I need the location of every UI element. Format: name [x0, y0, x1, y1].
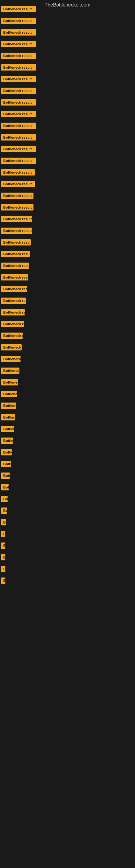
bottleneck-badge: Bottleneck result	[1, 368, 19, 374]
bottleneck-badge: Bottleneck result	[1, 531, 5, 537]
bottleneck-badge: Bottleneck result	[1, 391, 17, 397]
bottleneck-item[interactable]: Bottleneck result	[1, 542, 5, 550]
bottleneck-item[interactable]: Bottleneck result	[1, 262, 29, 270]
bottleneck-badge: Bottleneck result	[1, 507, 7, 514]
bottleneck-item[interactable]: Bottleneck result	[1, 321, 24, 328]
bottleneck-badge: Bottleneck result	[1, 158, 36, 164]
bottleneck-item[interactable]: Bottleneck result	[1, 88, 36, 95]
bottleneck-item[interactable]: Bottleneck result	[1, 193, 34, 200]
bottleneck-badge: Bottleneck result	[1, 333, 23, 339]
bottleneck-badge: Bottleneck result	[1, 449, 12, 456]
bottleneck-badge: Bottleneck result	[1, 204, 34, 211]
bottleneck-item[interactable]: Bottleneck result	[1, 298, 26, 305]
bottleneck-badge: Bottleneck result	[1, 321, 24, 327]
bottleneck-item[interactable]: Bottleneck result	[1, 356, 20, 363]
bottleneck-item[interactable]: Bottleneck result	[1, 368, 19, 375]
bottleneck-badge: Bottleneck result	[1, 542, 5, 549]
bottleneck-item[interactable]: Bottleneck result	[1, 227, 32, 235]
bottleneck-badge: Bottleneck result	[1, 53, 36, 59]
bottleneck-badge: Bottleneck result	[1, 134, 36, 141]
bottleneck-item[interactable]: Bottleneck result	[1, 507, 7, 515]
bottleneck-item[interactable]: Bottleneck result	[1, 146, 36, 153]
bottleneck-badge: Bottleneck result	[1, 181, 35, 187]
bottleneck-item[interactable]: Bottleneck result	[1, 403, 16, 410]
bottleneck-item[interactable]: Bottleneck result	[1, 391, 17, 398]
bottleneck-badge: Bottleneck result	[1, 123, 36, 129]
bottleneck-item[interactable]: Bottleneck result	[1, 496, 8, 503]
bottleneck-item[interactable]: Bottleneck result	[1, 449, 12, 457]
bottleneck-item[interactable]: Bottleneck result	[1, 531, 5, 538]
bottleneck-badge: Bottleneck result	[1, 578, 5, 584]
bottleneck-badge: Bottleneck result	[1, 344, 21, 350]
bottleneck-item[interactable]: Bottleneck result	[1, 274, 28, 282]
bottleneck-badge: Bottleneck result	[1, 298, 26, 304]
bottleneck-item[interactable]: Bottleneck result	[1, 239, 31, 247]
bottleneck-item[interactable]: Bottleneck result	[1, 158, 36, 165]
bottleneck-badge: Bottleneck result	[1, 309, 25, 315]
bottleneck-item[interactable]: Bottleneck result	[1, 216, 32, 223]
bottleneck-item[interactable]: Bottleneck result	[1, 169, 35, 177]
bottleneck-item[interactable]: Bottleneck result	[1, 134, 36, 142]
bottleneck-badge: Bottleneck result	[1, 496, 8, 502]
bottleneck-badge: Bottleneck result	[1, 99, 36, 105]
bottleneck-item[interactable]: Bottleneck result	[1, 426, 14, 433]
bottleneck-item[interactable]: Bottleneck result	[1, 554, 5, 561]
bottleneck-item[interactable]: Bottleneck result	[1, 566, 5, 573]
bottleneck-badge: Bottleneck result	[1, 41, 36, 47]
bottleneck-item[interactable]: Bottleneck result	[1, 18, 36, 25]
bottleneck-badge: Bottleneck result	[1, 146, 36, 152]
bottleneck-item[interactable]: Bottleneck result	[1, 414, 15, 422]
bottleneck-badge: Bottleneck result	[1, 554, 5, 560]
bottleneck-badge: Bottleneck result	[1, 461, 11, 467]
bottleneck-item[interactable]: Bottleneck result	[1, 53, 36, 60]
bottleneck-badge: Bottleneck result	[1, 274, 28, 280]
bottleneck-item[interactable]: Bottleneck result	[1, 181, 35, 188]
bottleneck-badge: Bottleneck result	[1, 76, 36, 82]
bottleneck-badge: Bottleneck result	[1, 426, 14, 432]
bottleneck-item[interactable]: Bottleneck result	[1, 379, 18, 386]
bottleneck-item[interactable]: Bottleneck result	[1, 484, 9, 492]
bottleneck-item[interactable]: Bottleneck result	[1, 309, 25, 316]
bottleneck-item[interactable]: Bottleneck result	[1, 123, 36, 130]
bottleneck-badge: Bottleneck result	[1, 286, 27, 292]
bottleneck-item[interactable]: Bottleneck result	[1, 99, 36, 106]
bottleneck-item[interactable]: Bottleneck result	[1, 461, 11, 468]
bottleneck-item[interactable]: Bottleneck result	[1, 6, 36, 13]
bottleneck-badge: Bottleneck result	[1, 472, 10, 479]
bottleneck-badge: Bottleneck result	[1, 64, 36, 70]
bottleneck-item[interactable]: Bottleneck result	[1, 344, 21, 351]
bottleneck-item[interactable]: Bottleneck result	[1, 333, 23, 340]
bottleneck-badge: Bottleneck result	[1, 111, 36, 117]
bottleneck-badge: Bottleneck result	[1, 18, 36, 24]
bottleneck-item[interactable]: Bottleneck result	[1, 41, 36, 48]
bottleneck-badge: Bottleneck result	[1, 6, 36, 12]
bottleneck-item[interactable]: Bottleneck result	[1, 286, 27, 293]
bottleneck-item[interactable]: Bottleneck result	[1, 204, 34, 212]
bottleneck-badge: Bottleneck result	[1, 414, 15, 421]
bottleneck-badge: Bottleneck result	[1, 262, 29, 269]
bottleneck-badge: Bottleneck result	[1, 169, 35, 176]
bottleneck-badge: Bottleneck result	[1, 193, 34, 199]
bottleneck-item[interactable]: Bottleneck result	[1, 76, 36, 83]
bottleneck-badge: Bottleneck result	[1, 437, 13, 444]
bottleneck-badge: Bottleneck result	[1, 216, 32, 222]
bottleneck-badge: Bottleneck result	[1, 403, 16, 409]
bottleneck-badge: Bottleneck result	[1, 484, 9, 490]
bottleneck-item[interactable]: Bottleneck result	[1, 64, 36, 72]
bottleneck-badge: Bottleneck result	[1, 239, 31, 246]
bottleneck-badge: Bottleneck result	[1, 251, 30, 257]
bottleneck-item[interactable]: Bottleneck result	[1, 578, 5, 585]
bottleneck-item[interactable]: Bottleneck result	[1, 29, 36, 37]
bottleneck-badge: Bottleneck result	[1, 29, 36, 35]
bottleneck-item[interactable]: Bottleneck result	[1, 519, 6, 527]
bottleneck-item[interactable]: Bottleneck result	[1, 437, 13, 445]
bottleneck-item[interactable]: Bottleneck result	[1, 251, 30, 258]
bottleneck-badge: Bottleneck result	[1, 356, 20, 362]
bottleneck-badge: Bottleneck result	[1, 88, 36, 94]
bottleneck-badge: Bottleneck result	[1, 566, 5, 572]
bottleneck-badge: Bottleneck result	[1, 227, 32, 234]
bottleneck-badge: Bottleneck result	[1, 379, 18, 385]
bottleneck-item[interactable]: Bottleneck result	[1, 472, 10, 480]
bottleneck-item[interactable]: Bottleneck result	[1, 111, 36, 118]
bottleneck-badge: Bottleneck result	[1, 519, 6, 525]
